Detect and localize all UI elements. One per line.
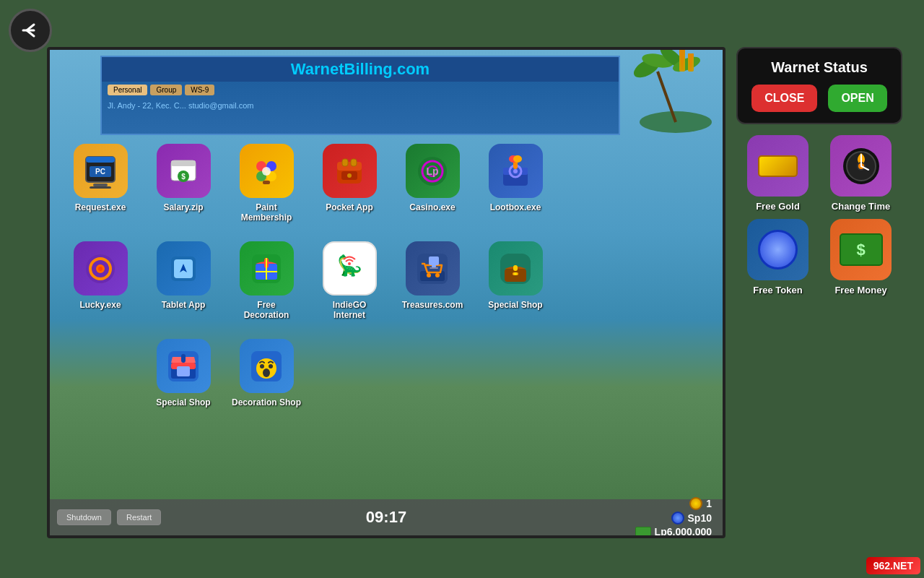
sp-display: Sp10	[671, 512, 712, 525]
app-freedeco-icon	[240, 241, 294, 296]
app-indiego[interactable]: 🦕 IndieGOInternet	[313, 241, 385, 335]
app-decorshop-label: Decoration Shop	[232, 397, 301, 407]
app-decorshop[interactable]: Decoration Shop	[230, 339, 302, 433]
gold-coin-icon	[689, 497, 702, 510]
app-freedeco-label: FreeDecoration	[244, 300, 289, 321]
warnet-status-title: Warnet Status	[749, 59, 890, 76]
app-pcshop[interactable]: Treasures.com	[396, 241, 468, 335]
app-changetime[interactable]: Change Time	[823, 135, 899, 212]
warnet-open-button[interactable]: OPEN	[828, 85, 886, 112]
app-specialshop[interactable]: Special Shop	[147, 339, 219, 433]
app-pcshop-icon	[406, 241, 460, 296]
app-salary[interactable]: $ Salary.zip	[147, 144, 219, 238]
sp-value: Sp10	[688, 512, 712, 524]
app-freemoney[interactable]: Free Money	[823, 219, 899, 296]
svg-point-24	[262, 167, 271, 176]
warnet-close-button[interactable]: CLOSE	[751, 85, 817, 112]
svg-rect-17	[171, 160, 196, 166]
svg-point-56	[348, 262, 351, 265]
app-lucky[interactable]: Lucky.exe	[64, 241, 136, 335]
svg-rect-29	[351, 159, 357, 166]
token-graphic	[758, 230, 798, 269]
app-treasures-label: Special Shop	[488, 300, 542, 310]
restart-button[interactable]: Restart	[117, 509, 161, 525]
sp-coin-icon	[671, 512, 684, 525]
app-freedeco[interactable]: FreeDecoration	[230, 241, 302, 335]
svg-point-76	[260, 364, 264, 368]
money-bills-graphic	[840, 233, 883, 266]
app-freegold-icon	[747, 135, 808, 197]
app-salary-label: Salary.zip	[163, 202, 203, 212]
app-changetime-icon	[830, 135, 892, 197]
tab-group[interactable]: Group	[150, 85, 182, 95]
app-tablet[interactable]: Tablet App	[147, 241, 219, 335]
svg-rect-25	[263, 181, 270, 184]
app-tablet-icon	[157, 241, 211, 296]
app-freemoney-icon	[830, 219, 892, 280]
app-specialshop-label: Special Shop	[156, 397, 210, 407]
apps-grid: PC Request.exe $ Salary.zip	[50, 137, 723, 496]
svg-point-46	[98, 267, 103, 271]
app-freetoken-icon	[747, 219, 808, 280]
app-freemoney-label: Free Money	[834, 285, 886, 296]
app-request[interactable]: PC Request.exe	[64, 144, 136, 238]
svg-point-78	[263, 368, 270, 377]
app-casino-label: Casino.exe	[409, 202, 455, 212]
taskbar-buttons: Shutdown Restart	[57, 509, 161, 525]
app-paint-label: Paint Membership	[230, 202, 302, 223]
svg-rect-13	[90, 186, 111, 189]
back-button[interactable]	[9, 9, 52, 52]
warnet-status-box: Warnet Status CLOSE OPEN	[736, 47, 902, 124]
app-freegold-label: Free Gold	[756, 201, 800, 212]
app-paint[interactable]: Paint Membership	[230, 144, 302, 238]
svg-rect-62	[432, 265, 436, 267]
svg-point-77	[269, 364, 273, 368]
lp-display: Lp6.000.000	[635, 526, 712, 535]
lp-money-icon	[635, 527, 651, 535]
app-pocket-icon	[323, 144, 377, 198]
app-lucky-label: Lucky.exe	[79, 300, 121, 310]
svg-point-59	[427, 273, 431, 277]
warnet-info: Jl. Andy - 22, Kec. C... studio@gmail.co…	[102, 98, 619, 113]
warnet-billing-bar: WarnetBilling.com Personal Group WS-9 Jl…	[100, 56, 620, 135]
svg-point-42	[513, 155, 522, 163]
app-treasures-icon	[489, 241, 543, 296]
shutdown-button[interactable]: Shutdown	[57, 509, 111, 525]
taskbar: Shutdown Restart 09:17 1 Sp10 Lp6.000.00…	[50, 499, 723, 535]
currency-display: 1 Sp10 Lp6.000.000	[635, 497, 712, 535]
app-indiego-icon: 🦕	[323, 241, 377, 296]
app-paint-icon	[240, 144, 294, 198]
warnet-tabs: Personal Group WS-9	[102, 82, 619, 98]
warnet-title: WarnetBilling.com	[102, 57, 619, 82]
app-pocket[interactable]: Pocket App	[313, 144, 385, 238]
lp-value: Lp6.000.000	[655, 526, 712, 535]
svg-text:Lp: Lp	[426, 165, 438, 177]
svg-rect-61	[429, 256, 439, 265]
app-specialshop-icon	[157, 339, 211, 393]
app-indiego-label: IndieGOInternet	[333, 300, 367, 321]
app-pocket-label: Pocket App	[326, 202, 373, 212]
desktop: WarnetBilling.com Personal Group WS-9 Jl…	[50, 50, 723, 535]
svg-point-39	[513, 169, 518, 173]
app-freetoken[interactable]: Free Token	[740, 219, 816, 296]
app-casino[interactable]: Lp Casino.exe	[396, 144, 468, 238]
app-lootbox-icon	[489, 144, 543, 198]
app-lootbox-label: Lootbox.exe	[490, 202, 541, 212]
app-lootbox[interactable]: Lootbox.exe	[479, 144, 552, 238]
app-tablet-label: Tablet App	[162, 300, 206, 310]
decorative-plants	[629, 50, 723, 137]
svg-rect-72	[177, 366, 190, 376]
app-treasures[interactable]: Special Shop	[479, 241, 552, 335]
tab-personal[interactable]: Personal	[108, 85, 147, 95]
app-changetime-label: Change Time	[832, 201, 890, 212]
svg-text:$: $	[181, 173, 186, 181]
svg-rect-12	[93, 184, 108, 186]
svg-point-31	[347, 173, 352, 178]
app-pcshop-label: Treasures.com	[402, 300, 463, 310]
clock-display: 09:17	[366, 508, 406, 527]
app-request-label: Request.exe	[75, 202, 126, 212]
app-freegold[interactable]: Free Gold	[740, 135, 816, 212]
main-screen: WarnetBilling.com Personal Group WS-9 Jl…	[47, 47, 725, 538]
svg-text:PC: PC	[95, 168, 105, 176]
tab-ws[interactable]: WS-9	[185, 85, 214, 95]
